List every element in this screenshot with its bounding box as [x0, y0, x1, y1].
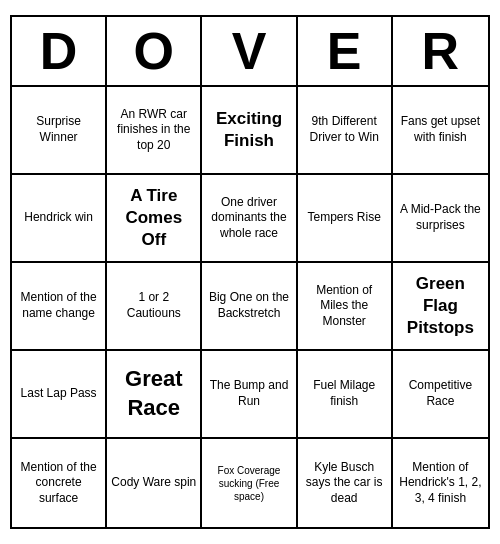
bingo-cell-7[interactable]: One driver dominants the whole race	[202, 175, 297, 263]
cell-text-7: One driver dominants the whole race	[206, 195, 291, 242]
header-letter-o: O	[107, 17, 202, 85]
bingo-cell-21[interactable]: Cody Ware spin	[107, 439, 202, 527]
bingo-cell-17[interactable]: The Bump and Run	[202, 351, 297, 439]
cell-text-14: Green Flag Pitstops	[397, 273, 484, 339]
bingo-cell-12[interactable]: Big One on the Backstretch	[202, 263, 297, 351]
bingo-cell-22[interactable]: Fox Coverage sucking (Free space)	[202, 439, 297, 527]
bingo-cell-2[interactable]: Exciting Finish	[202, 87, 297, 175]
bingo-cell-23[interactable]: Kyle Busch says the car is dead	[298, 439, 393, 527]
cell-text-15: Last Lap Pass	[21, 386, 97, 402]
bingo-header: DOVER	[12, 17, 488, 87]
cell-text-18: Fuel Milage finish	[302, 378, 387, 409]
header-letter-r: R	[393, 17, 488, 85]
bingo-cell-5[interactable]: Hendrick win	[12, 175, 107, 263]
bingo-cell-8[interactable]: Tempers Rise	[298, 175, 393, 263]
bingo-cell-14[interactable]: Green Flag Pitstops	[393, 263, 488, 351]
cell-text-2: Exciting Finish	[206, 108, 291, 152]
bingo-cell-9[interactable]: A Mid-Pack the surprises	[393, 175, 488, 263]
bingo-card: DOVER Surprise WinnerAn RWR car finishes…	[10, 15, 490, 529]
bingo-cell-16[interactable]: Great Race	[107, 351, 202, 439]
cell-text-24: Mention of Hendrick's 1, 2, 3, 4 finish	[397, 460, 484, 507]
bingo-cell-13[interactable]: Mention of Miles the Monster	[298, 263, 393, 351]
cell-text-21: Cody Ware spin	[111, 475, 196, 491]
cell-text-13: Mention of Miles the Monster	[302, 283, 387, 330]
cell-text-3: 9th Different Driver to Win	[302, 114, 387, 145]
cell-text-1: An RWR car finishes in the top 20	[111, 107, 196, 154]
header-letter-d: D	[12, 17, 107, 85]
bingo-cell-4[interactable]: Fans get upset with finish	[393, 87, 488, 175]
bingo-cell-6[interactable]: A Tire Comes Off	[107, 175, 202, 263]
cell-text-6: A Tire Comes Off	[111, 185, 196, 251]
cell-text-9: A Mid-Pack the surprises	[397, 202, 484, 233]
cell-text-19: Competitive Race	[397, 378, 484, 409]
bingo-cell-15[interactable]: Last Lap Pass	[12, 351, 107, 439]
bingo-cell-10[interactable]: Mention of the name change	[12, 263, 107, 351]
header-letter-e: E	[298, 17, 393, 85]
bingo-cell-0[interactable]: Surprise Winner	[12, 87, 107, 175]
cell-text-11: 1 or 2 Cautiouns	[111, 290, 196, 321]
cell-text-22: Fox Coverage sucking (Free space)	[206, 464, 291, 503]
cell-text-16: Great Race	[111, 365, 196, 422]
bingo-cell-19[interactable]: Competitive Race	[393, 351, 488, 439]
cell-text-8: Tempers Rise	[308, 210, 381, 226]
cell-text-20: Mention of the concrete surface	[16, 460, 101, 507]
cell-text-4: Fans get upset with finish	[397, 114, 484, 145]
cell-text-10: Mention of the name change	[16, 290, 101, 321]
cell-text-17: The Bump and Run	[206, 378, 291, 409]
header-letter-v: V	[202, 17, 297, 85]
cell-text-23: Kyle Busch says the car is dead	[302, 460, 387, 507]
cell-text-5: Hendrick win	[24, 210, 93, 226]
cell-text-12: Big One on the Backstretch	[206, 290, 291, 321]
cell-text-0: Surprise Winner	[16, 114, 101, 145]
bingo-cell-20[interactable]: Mention of the concrete surface	[12, 439, 107, 527]
bingo-cell-11[interactable]: 1 or 2 Cautiouns	[107, 263, 202, 351]
bingo-cell-24[interactable]: Mention of Hendrick's 1, 2, 3, 4 finish	[393, 439, 488, 527]
bingo-cell-1[interactable]: An RWR car finishes in the top 20	[107, 87, 202, 175]
bingo-cell-18[interactable]: Fuel Milage finish	[298, 351, 393, 439]
bingo-grid: Surprise WinnerAn RWR car finishes in th…	[12, 87, 488, 527]
bingo-cell-3[interactable]: 9th Different Driver to Win	[298, 87, 393, 175]
